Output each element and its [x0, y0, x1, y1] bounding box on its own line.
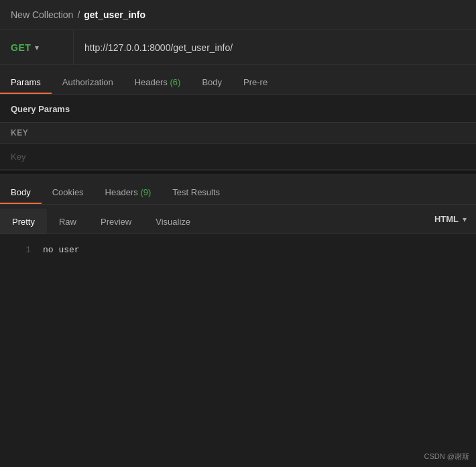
resp-tab-test-results[interactable]: Test Results	[162, 179, 231, 204]
key-placeholder[interactable]: Key	[11, 152, 25, 162]
breadcrumb-separator: /	[77, 9, 80, 20]
tab-headers[interactable]: Headers (6)	[124, 69, 192, 94]
tab-pre-request[interactable]: Pre-re	[233, 69, 278, 94]
breadcrumb-bar: New Collection / get_user_info	[0, 0, 476, 30]
tab-authorization[interactable]: Authorization	[52, 69, 124, 94]
code-content: no user	[43, 245, 80, 255]
request-tabs: Params Authorization Headers (6) Body Pr…	[0, 65, 476, 95]
method-label: GET	[11, 42, 31, 53]
query-params-title: Query Params	[0, 104, 476, 122]
resp-tab-body[interactable]: Body	[0, 179, 42, 204]
line-number: 1	[11, 245, 31, 255]
breadcrumb-collection[interactable]: New Collection	[11, 9, 73, 20]
response-tabs: Body Cookies Headers (9) Test Results	[0, 175, 476, 205]
method-selector[interactable]: GET ▾	[0, 30, 74, 64]
resp-tab-headers[interactable]: Headers (9)	[95, 179, 162, 204]
format-selector-label: HTML	[434, 214, 459, 224]
tab-params[interactable]: Params	[0, 69, 52, 94]
params-section: Query Params KEY Key	[0, 95, 476, 170]
fmt-tab-visualize[interactable]: Visualize	[143, 209, 202, 234]
url-bar: GET ▾ http://127.0.0.1:8000/get_user_inf…	[0, 30, 476, 65]
params-table: KEY Key	[0, 122, 476, 170]
breadcrumb-current: get_user_info	[84, 9, 145, 20]
chevron-down-icon: ▾	[35, 43, 39, 52]
watermark: CSDN @谢斯	[424, 452, 469, 462]
tab-body[interactable]: Body	[191, 69, 233, 94]
format-selector[interactable]: HTML ▾	[425, 214, 476, 224]
section-divider	[0, 170, 476, 175]
code-line-1: 1 no user	[0, 244, 476, 256]
fmt-tab-raw[interactable]: Raw	[47, 209, 88, 234]
resp-tab-cookies[interactable]: Cookies	[42, 179, 95, 204]
format-tabs: Pretty Raw Preview Visualize	[0, 205, 202, 234]
chevron-down-icon: ▾	[463, 215, 467, 224]
key-column-header: KEY	[0, 123, 476, 144]
fmt-tab-preview[interactable]: Preview	[88, 209, 143, 234]
url-input[interactable]: http://127.0.0.1:8000/get_user_info/	[74, 42, 476, 53]
fmt-tab-pretty[interactable]: Pretty	[0, 209, 47, 234]
code-area: 1 no user	[0, 234, 476, 266]
format-bar: Pretty Raw Preview Visualize HTML ▾	[0, 205, 476, 234]
